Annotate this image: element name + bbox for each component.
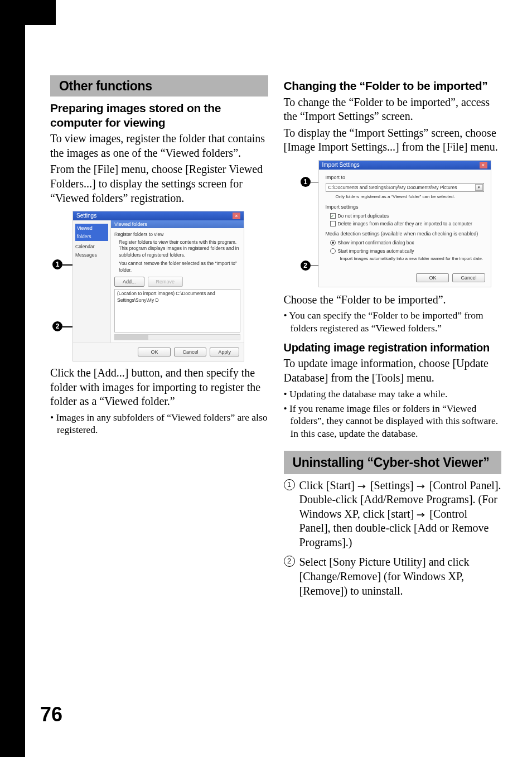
- settings-screenshot-wrapper: 1 2 Settings × Viewed folders Calendar M…: [50, 211, 268, 361]
- bullet-item: Images in any subfolders of “Viewed fold…: [50, 411, 268, 436]
- subheading-preparing: Preparing images stored on the computer …: [50, 101, 268, 129]
- close-icon[interactable]: ×: [233, 213, 240, 219]
- page-border-top: [0, 0, 56, 25]
- step-number-icon: 1: [284, 479, 295, 490]
- media-detection-label: Media detection settings (available when…: [326, 230, 484, 238]
- bullet-item: Updating the database may take a while.: [284, 388, 502, 400]
- arrow-right-icon: [357, 483, 367, 490]
- section-title: Other functions: [59, 79, 263, 94]
- remove-button[interactable]: Remove: [148, 277, 183, 287]
- page-border-left: [0, 0, 25, 757]
- add-button[interactable]: Add...: [114, 277, 144, 287]
- callout-1: 1: [301, 177, 311, 187]
- apply-button[interactable]: Apply: [210, 348, 239, 356]
- radio-auto-import[interactable]: Start importing images automatically: [330, 248, 484, 254]
- ok-button[interactable]: OK: [138, 348, 171, 356]
- subheading-updating: Updating image registration information: [284, 341, 502, 354]
- body-text: From the [File] menu, choose [Register V…: [50, 162, 268, 205]
- import-to-dropdown[interactable]: C:\Documents and Settings\Sony\My Docume…: [326, 183, 484, 192]
- body-text: Choose the “Folder to be imported”.: [284, 293, 502, 307]
- bullet-item: If you rename image files or folders in …: [284, 402, 502, 440]
- sidebar-item-calendar[interactable]: Calendar: [75, 243, 108, 250]
- step-text: Click [Start]: [299, 479, 357, 491]
- radio-label: Start importing images automatically: [338, 248, 414, 254]
- dialog-title: Settings: [76, 213, 96, 219]
- chevron-down-icon[interactable]: ▾: [475, 184, 483, 191]
- dialog-titlebar: Settings ×: [73, 211, 244, 220]
- radio-icon: [330, 240, 336, 245]
- body-text: Click the [Add...] button, and then spec…: [50, 366, 268, 409]
- step-1: 1 Click [Start] [Settings] [Control Pane…: [284, 479, 502, 550]
- section-bar-uninstalling: Uninstalling “Cyber-shot Viewer”: [284, 451, 502, 474]
- location-text: (Location to import images) C:\Documents…: [117, 291, 215, 302]
- step-number-icon: 2: [284, 556, 295, 567]
- body-text: To display the “Import Settings” screen,…: [284, 126, 502, 155]
- settings-sidebar: Viewed folders Calendar Messages: [73, 220, 111, 343]
- dialog-title: Import Settings: [322, 162, 360, 168]
- page-number: 76: [40, 703, 62, 726]
- dialog-footer: OK Cancel Apply: [73, 343, 244, 361]
- subheading-changing-folder: Changing the “Folder to be imported”: [284, 79, 502, 93]
- dialog-footer: OK Cancel: [319, 270, 491, 287]
- callout-2: 2: [52, 321, 62, 331]
- settings-dialog: Settings × Viewed folders Calendar Messa…: [72, 211, 244, 361]
- body-text: To change the “Folder to be imported”, a…: [284, 95, 502, 124]
- cancel-button[interactable]: Cancel: [452, 273, 485, 282]
- checkbox-label: Delete images from media after they are …: [338, 220, 472, 227]
- radio-show-dialog[interactable]: Show import confirmation dialog box: [330, 239, 484, 246]
- desc-text: This program displays images in register…: [119, 245, 240, 258]
- bullet-item: You can specify the “Folder to be import…: [284, 309, 502, 334]
- radio-note: Import images automatically into a new f…: [340, 255, 484, 262]
- radio-icon: [330, 248, 336, 254]
- step-2: 2 Select [Sony Picture Utility] and clic…: [284, 555, 502, 598]
- panel-header: Viewed folders: [111, 220, 244, 228]
- checkbox-no-duplicates[interactable]: ✓ Do not import duplicates: [330, 213, 484, 219]
- sidebar-item-viewed-folders[interactable]: Viewed folders: [75, 224, 108, 241]
- import-to-label: Import to: [326, 174, 484, 181]
- import-settings-dialog: Import Settings × Import to C:\Documents…: [318, 160, 491, 287]
- horizontal-scrollbar[interactable]: [114, 334, 240, 340]
- radio-label: Show import confirmation dialog box: [338, 239, 414, 246]
- arrow-right-icon: [417, 512, 427, 518]
- import-settings-screenshot-wrapper: 1 2 Import Settings × Import to C:\Docum…: [302, 160, 491, 287]
- checkbox-label: Do not import duplicates: [338, 213, 389, 219]
- note-text: Only folders registered as a “Viewed fol…: [336, 194, 484, 200]
- desc-text: Register folders to view their contents …: [119, 239, 240, 245]
- body-text: To update image information, choose [Upd…: [284, 356, 502, 385]
- dialog-titlebar: Import Settings ×: [319, 161, 491, 170]
- close-icon[interactable]: ×: [480, 162, 487, 168]
- checkbox-icon: ✓: [330, 213, 336, 219]
- sidebar-item-messages[interactable]: Messages: [75, 251, 108, 259]
- section-bar-other-functions: Other functions: [50, 75, 268, 97]
- step-text: Select [Sony Picture Utility] and click …: [299, 556, 470, 596]
- import-path: C:\Documents and Settings\Sony\My Docume…: [328, 184, 457, 191]
- arrow-right-icon: [417, 483, 427, 490]
- group-title: Register folders to view: [114, 232, 240, 238]
- callout-2: 2: [301, 261, 311, 271]
- checkbox-delete-after-import[interactable]: Delete images from media after they are …: [330, 220, 484, 227]
- cancel-button[interactable]: Cancel: [174, 348, 206, 356]
- callout-1: 1: [52, 259, 62, 269]
- checkbox-icon: [330, 221, 336, 226]
- section-title: Uninstalling “Cyber-shot Viewer”: [293, 455, 496, 470]
- step-text: [Settings]: [367, 479, 417, 491]
- import-settings-label: Import settings: [326, 204, 484, 211]
- folder-list[interactable]: (Location to import images) C:\Documents…: [114, 289, 240, 332]
- right-column: Changing the “Folder to be imported” To …: [284, 75, 502, 604]
- page-content: Other functions Preparing images stored …: [50, 75, 501, 604]
- desc-text: You cannot remove the folder selected as…: [119, 261, 240, 273]
- body-text: To view images, register the folder that…: [50, 132, 268, 160]
- ok-button[interactable]: OK: [416, 273, 449, 282]
- left-column: Other functions Preparing images stored …: [50, 75, 268, 604]
